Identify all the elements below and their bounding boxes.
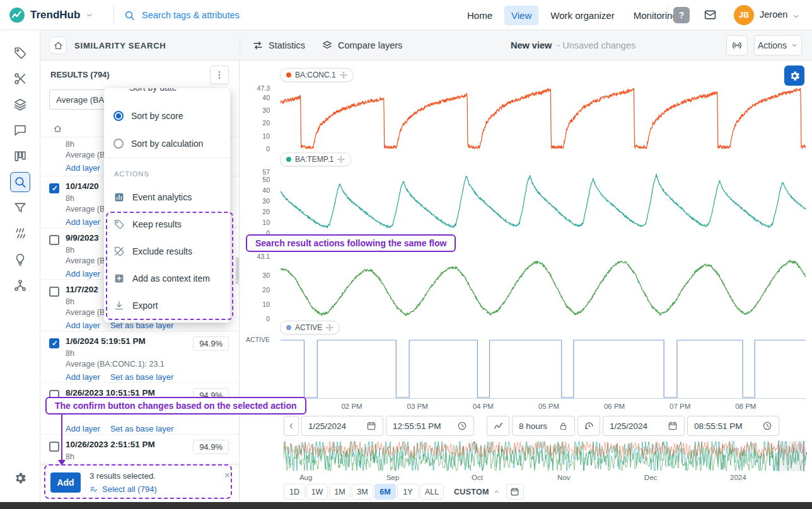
chart-settings-button[interactable] [784,66,804,86]
tab-statistics[interactable]: Statistics [252,30,305,60]
mail-icon[interactable] [704,8,717,21]
nav-view[interactable]: View [504,6,538,25]
nav-work-organizer[interactable]: Work organizer [543,6,621,25]
hierarchy-icon [13,278,27,292]
range-1d[interactable]: 1D [284,484,305,500]
menu-item-exclude-results[interactable]: Exclude results [104,237,230,265]
result-item[interactable]: 10/26/2023 2:51:51 PM 8h Average (BA:CON… [40,435,239,464]
nav-home[interactable]: Home [460,6,499,25]
y-axis: ACTIVE [240,338,275,399]
annotation-arrowhead [58,460,66,466]
result-checkbox[interactable] [49,183,59,193]
range-6m[interactable]: 6M [374,484,396,500]
live-broadcast-button[interactable] [726,35,748,55]
add-layer-link[interactable]: Add layer [66,372,100,384]
sidebar-item-tags[interactable] [10,43,30,63]
add-layer-link[interactable]: Add layer [66,424,100,435]
end-time-field[interactable]: 08:55:51 PM [687,416,779,436]
result-item[interactable]: 1/6/2024 5:19:51 PM 8h Average (BA:CONC.… [40,331,239,383]
sidebar-item-layers[interactable] [10,94,30,115]
home-button[interactable] [49,37,67,54]
series-badge-active[interactable]: ACTIVE [280,321,340,335]
actions-button[interactable]: Actions [754,35,802,55]
search-placeholder: Search tags & attributes [142,10,240,20]
range-1w[interactable]: 1W [306,484,328,500]
result-checkbox[interactable] [49,338,59,348]
menu-item-label: Keep results [132,219,182,229]
menu-item-export[interactable]: Export [104,292,230,319]
menu-item-sort-by-calculation[interactable]: Sort by calculation [104,130,230,157]
menu-item-keep-results[interactable]: Keep results [104,210,230,237]
broadcast-icon [731,40,743,51]
sidebar-item-settings[interactable] [10,468,30,488]
start-date-field[interactable]: 1/25/2024 [301,416,383,436]
move-icon [326,324,334,331]
overview-months: AugSepOctNovDec2024 [284,474,807,481]
chart-plot[interactable] [281,172,806,233]
chart-plot[interactable] [281,256,806,319]
custom-calendar-button[interactable] [506,484,524,500]
month-label: Dec [644,474,657,481]
result-checkbox[interactable] [49,235,59,245]
add-layer-link[interactable]: Add layer [66,269,100,280]
sidebar-item-filter[interactable] [10,198,30,218]
help-label: ? [679,10,685,20]
active-axis-label: ACTIVE [246,336,270,343]
brand[interactable]: TrendHub [9,0,94,30]
set-base-layer-link[interactable]: Set as base layer [110,372,173,384]
avatar[interactable]: JB [734,5,754,25]
close-icon[interactable] [224,470,230,481]
chevron-down-icon[interactable] [792,12,801,21]
sidebar-item-dashboards[interactable] [10,146,30,166]
menu-item-sort-by-date[interactable]: Sort by date [104,88,230,102]
tab-compare-layers[interactable]: Compare layers [322,30,402,60]
step-back-button[interactable] [284,416,299,436]
add-layer-link[interactable]: Add layer [66,217,100,229]
view-toolbar: SIMILARITY SEARCH Statistics Compare lay… [40,30,812,60]
view-name: New view [511,40,552,50]
compare-trends-button[interactable] [487,416,509,436]
end-date-field[interactable]: 1/25/2024 [603,416,685,436]
start-time-field[interactable]: 12:55:51 PM [386,416,474,436]
overview-window[interactable] [778,441,804,471]
sidebar-item-ml[interactable] [10,275,30,295]
context-overview[interactable] [284,441,807,471]
add-layer-link[interactable]: Add layer [66,163,100,174]
menu-item-sort-by-score[interactable]: Sort by score [104,102,230,130]
range-all[interactable]: ALL [420,484,444,500]
results-menu-button[interactable] [210,66,229,84]
series-badge-temp[interactable]: BA:TEMP.1 [280,152,351,166]
sidebar-item-stream[interactable] [10,224,30,244]
user-name[interactable]: Jeroen [760,9,787,20]
global-search[interactable]: Search tags & attributes [124,0,240,30]
month-label: Oct [472,474,483,481]
select-all-link[interactable]: Select all (794) [90,484,157,494]
result-checkbox[interactable] [49,287,59,297]
help-button[interactable]: ? [673,7,690,23]
end-time-value: 08:55:51 PM [694,421,743,431]
y-axis: 47.3403020100 [240,88,275,149]
chevron-down-icon[interactable] [85,11,94,20]
set-base-layer-link[interactable]: Set as base layer [110,424,173,435]
result-checkbox[interactable] [49,442,59,452]
duration-field[interactable]: 8 hours [512,416,575,436]
sidebar-item-comments[interactable] [10,120,30,140]
range-3m[interactable]: 3M [352,484,373,500]
history-button[interactable] [577,416,600,436]
range-1m[interactable]: 1M [329,484,351,500]
panel-close-icon[interactable] [235,278,240,287]
sidebar-item-recommendations[interactable] [10,249,30,270]
sidebar-item-search[interactable] [10,172,30,192]
confirm-add-button[interactable]: Add [50,472,81,493]
chart-plot[interactable] [281,338,806,399]
sidebar-item-cut[interactable] [10,69,30,89]
range-1y[interactable]: 1Y [397,484,419,500]
custom-range-button[interactable]: CUSTOM [454,488,500,496]
menu-item-event-analytics[interactable]: Event analytics [104,183,230,210]
chart-plot[interactable] [281,88,806,149]
add-layer-link[interactable]: Add layer [66,321,100,332]
menu-item-add-as-context-item[interactable]: Add as context item [104,265,230,292]
chevron-left-icon [287,421,296,430]
series-badge-conc[interactable]: BA:CONC.1 [280,68,354,82]
time-tick: 03 PM [407,403,428,410]
